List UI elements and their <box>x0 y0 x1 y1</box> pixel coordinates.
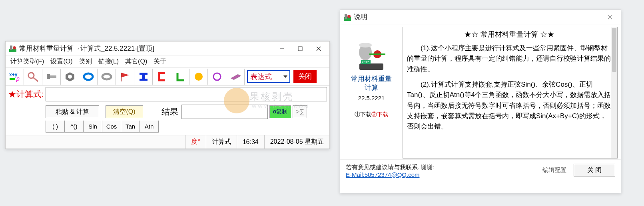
copy-button[interactable]: o复制 <box>269 105 291 118</box>
svg-rect-22 <box>140 79 148 81</box>
function-buttons: ( ) ^() Sin Cos Tan Atn <box>6 121 329 133</box>
svg-line-11 <box>33 77 38 81</box>
result-label: 结果 <box>161 106 178 117</box>
menu-category[interactable]: 类别 <box>79 57 92 66</box>
formula-label: ★计算式: <box>8 89 44 100</box>
svg-point-2 <box>13 46 16 50</box>
svg-rect-1 <box>10 46 12 50</box>
ring-blue-icon[interactable] <box>79 69 98 85</box>
atn-button[interactable]: Atn <box>140 121 159 133</box>
svg-point-30 <box>347 15 351 18</box>
svg-point-24 <box>213 73 221 80</box>
help-paragraph-1: (1).这个小程序主要是进行计算式及一些常用紧固件、型钢型材的重量的计算，程序具… <box>407 43 612 75</box>
formula-row: ★计算式: <box>6 85 329 105</box>
svg-rect-12 <box>47 74 50 79</box>
svg-point-17 <box>102 74 111 79</box>
clear-button[interactable]: 清空(Q) <box>106 105 143 118</box>
help-close-button[interactable]: 关 闭 <box>574 164 615 176</box>
bolt-icon[interactable] <box>42 69 61 85</box>
expression-type-value: 表达式 <box>250 72 272 81</box>
close-button[interactable]: 关闭 <box>293 70 317 83</box>
svg-rect-4 <box>298 47 302 51</box>
status-time: 16:34 <box>237 135 264 149</box>
main-window: 常用材料重量计算→计算式_22.5.2221-[置顶] 计算类型(F) 设置(O… <box>5 41 330 149</box>
app-large-icon: 2017 <box>355 40 387 72</box>
download-link-1[interactable]: ①下载 <box>355 111 371 117</box>
chevron-down-icon <box>283 74 288 79</box>
edit-config-link[interactable]: 编辑配置 <box>542 166 566 174</box>
minimize-button[interactable] <box>273 43 291 55</box>
tan-button[interactable]: Tan <box>121 121 140 133</box>
menu-calctype[interactable]: 计算类型(F) <box>10 57 44 66</box>
svg-rect-29 <box>345 14 347 19</box>
sheet-icon[interactable] <box>226 69 245 85</box>
help-window: 说明 2017 常用材料重量 计算 22.5.2221 ①下载②下载 ★☆ 常用… <box>340 10 621 193</box>
svg-point-16 <box>84 73 93 80</box>
angle-icon[interactable] <box>171 69 189 85</box>
app-icon <box>9 45 17 53</box>
svg-point-15 <box>68 75 72 79</box>
sum-button[interactable]: >∑ <box>293 105 307 118</box>
sin-button[interactable]: Sin <box>83 121 102 133</box>
email-link[interactable]: E-Mail:50572374@QQ.com <box>346 171 419 178</box>
flag-icon[interactable] <box>116 69 134 85</box>
main-titlebar: 常用材料重量计算→计算式_22.5.2221-[置顶] <box>6 42 329 56</box>
help-close-window-button[interactable] <box>601 11 619 23</box>
ring-grey-icon[interactable] <box>98 69 116 85</box>
status-degree: 度° <box>185 135 205 149</box>
main-title: 常用材料重量计算→计算式_22.5.2221-[置顶] <box>19 44 273 53</box>
help-paragraph-2: (2).计算式计算支持嵌套,支持正弦Sin()、余弦Cos()、正切Tan()、… <box>407 79 612 132</box>
menu-links[interactable]: 链接(L) <box>98 57 119 66</box>
download-links: ①下载②下载 <box>355 111 388 118</box>
help-text-area: ★☆ 常用材料重量计算 ☆★ (1).这个小程序主要是进行计算式及一些常用紧固件… <box>403 27 618 158</box>
status-date: 2022-08-05 星期五 <box>264 135 329 149</box>
formula-input[interactable] <box>46 87 327 101</box>
help-progname: 常用材料重量 计算 <box>351 75 392 92</box>
svg-point-34 <box>359 43 372 48</box>
scrollbar-thumb[interactable] <box>612 28 616 72</box>
svg-text:2017: 2017 <box>362 60 369 64</box>
statusbar: 度° 计算式 16:34 2022-08-05 星期五 <box>6 135 329 149</box>
power-button[interactable]: ^() <box>64 121 84 133</box>
menu-settings[interactable]: 设置(O) <box>50 57 72 66</box>
menu-about[interactable]: 关于 <box>154 57 166 66</box>
maximize-button[interactable] <box>291 43 309 55</box>
toolbar: x+yp 表达式 关闭 <box>6 68 329 85</box>
close-window-button[interactable] <box>309 43 328 55</box>
expression-type-select[interactable]: 表达式 <box>247 70 290 83</box>
svg-point-10 <box>28 73 34 78</box>
app-icon <box>343 13 351 21</box>
i-beam-icon[interactable] <box>134 69 153 85</box>
svg-rect-21 <box>142 74 145 79</box>
svg-rect-37 <box>359 63 383 70</box>
svg-point-23 <box>195 73 203 81</box>
download-link-2[interactable]: ②下载 <box>371 111 388 117</box>
menu-other[interactable]: 其它(Q) <box>125 57 147 66</box>
help-heading: ★☆ 常用材料重量计算 ☆★ <box>407 30 612 39</box>
formula-icon[interactable]: x+yp <box>6 69 24 85</box>
svg-marker-27 <box>283 75 287 78</box>
svg-rect-13 <box>50 75 56 78</box>
help-version: 22.5.2221 <box>358 95 385 101</box>
help-title: 说明 <box>354 12 601 22</box>
svg-rect-36 <box>369 53 385 55</box>
cos-button[interactable]: Cos <box>102 121 121 133</box>
svg-marker-26 <box>231 74 241 80</box>
nut-icon[interactable] <box>61 69 79 85</box>
status-mode: 计算式 <box>206 135 237 149</box>
scrollbar[interactable] <box>611 27 617 158</box>
paste-calc-button[interactable]: 粘贴 & 计算 <box>46 105 99 118</box>
help-sidebar: 2017 常用材料重量 计算 22.5.2221 ①下载②下载 <box>343 27 399 158</box>
parens-button[interactable]: ( ) <box>46 121 65 133</box>
help-titlebar: 说明 <box>340 10 621 24</box>
result-output[interactable] <box>181 105 268 119</box>
contact-text: 若有意见或建议请与我联系. 谢谢: <box>346 164 435 171</box>
menubar: 计算类型(F) 设置(O) 类别 链接(L) 其它(Q) 关于 <box>6 56 329 68</box>
circle-outline-icon[interactable] <box>208 69 226 85</box>
status-empty <box>6 135 185 149</box>
circle-filled-icon[interactable] <box>189 69 208 85</box>
c-channel-icon[interactable] <box>153 69 171 85</box>
svg-rect-8 <box>10 78 15 80</box>
svg-text:p: p <box>16 75 20 82</box>
screw-eye-icon[interactable] <box>24 69 42 85</box>
